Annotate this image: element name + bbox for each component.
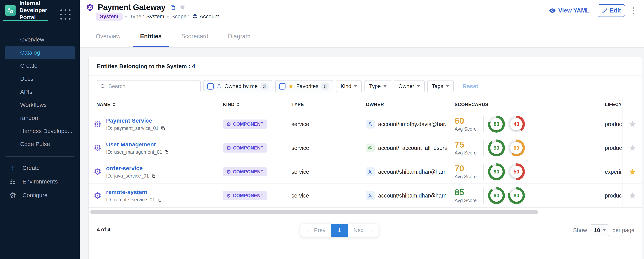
copy-id-icon[interactable]	[160, 126, 165, 131]
hexagons-icon	[9, 177, 17, 186]
sidebar-item-docs[interactable]: Docs	[4, 72, 75, 85]
search-box	[97, 80, 200, 92]
favorite-star-icon[interactable]	[628, 120, 636, 128]
favorites-checkbox[interactable]	[279, 83, 286, 90]
favorite-star-icon[interactable]	[179, 4, 186, 11]
score-gauge: 80	[508, 187, 525, 204]
column-header-name[interactable]: NAME	[88, 97, 217, 112]
entity-name-link[interactable]: Payment Service	[106, 118, 165, 124]
prev-page-button[interactable]: ← Prev	[300, 224, 331, 237]
type-cell: service	[280, 160, 354, 184]
copy-id-icon[interactable]	[157, 197, 162, 202]
copy-id-icon[interactable]	[151, 174, 156, 178]
edit-button[interactable]: Edit	[598, 4, 625, 17]
copy-icon[interactable]	[170, 4, 176, 10]
tab-diagram[interactable]: Diagram	[220, 25, 258, 47]
sidebar-item-code-pulse[interactable]: Code Pulse	[4, 138, 75, 151]
table-row[interactable]: ⚙ User Management ID: user_management_01…	[88, 136, 642, 160]
sidebar-item-create[interactable]: Create	[4, 59, 75, 72]
reset-filters-button[interactable]: Reset	[462, 83, 478, 90]
kind-dropdown[interactable]: Kind	[336, 80, 362, 92]
sidebar-item-workflows[interactable]: Workflows	[4, 98, 75, 112]
chevron-down-icon	[354, 85, 357, 87]
owned-by-me-filter[interactable]: Owned by me 3	[204, 80, 272, 92]
score-gauge: 80	[488, 116, 505, 132]
avg-score-value: 85	[454, 188, 479, 196]
component-gear-icon: ⚙	[226, 169, 231, 174]
arrow-right-icon: →	[367, 227, 373, 234]
sort-icon[interactable]	[237, 102, 240, 106]
sidebar-item-catalog[interactable]: Catalog	[4, 46, 75, 59]
avg-score-label: Avg Score	[454, 150, 479, 156]
next-page-button[interactable]: Next →	[348, 224, 379, 237]
page-number-active[interactable]: 1	[331, 224, 348, 237]
entity-name-link[interactable]: User Management	[106, 141, 169, 148]
copy-id-icon[interactable]	[164, 150, 169, 154]
tab-overview[interactable]: Overview	[88, 25, 128, 47]
owner-name: account/shibam.dhar@harn...	[378, 192, 446, 199]
more-options-icon[interactable]	[631, 6, 636, 16]
owner-dropdown[interactable]: Owner	[394, 80, 424, 92]
tab-scorecard[interactable]: Scorecard	[174, 25, 216, 47]
column-header-kind[interactable]: KIND	[217, 97, 280, 112]
sidebar-item-overview[interactable]: Overview	[4, 33, 75, 46]
lifecycle-cell: production	[592, 112, 622, 136]
type-value: System	[146, 14, 164, 20]
sidebar-item-apis[interactable]: APIs	[4, 85, 75, 98]
score-gauge: 50	[508, 163, 525, 180]
score-gauge: 90	[488, 187, 505, 204]
avg-score-label: Avg Score	[454, 198, 479, 203]
search-input[interactable]	[97, 80, 200, 92]
table-row[interactable]: ⚙ order-service ID: java_service_01 ⚙ CO…	[88, 160, 642, 184]
kind-badge: ⚙ COMPONENT	[223, 120, 267, 129]
page-size-select[interactable]: 10	[590, 224, 609, 236]
tags-dropdown[interactable]: Tags	[427, 80, 454, 92]
page-title: Payment Gateway	[98, 3, 166, 12]
favorites-count: 0	[321, 82, 329, 90]
horizontal-scrollbar[interactable]	[90, 210, 538, 214]
sidebar-item-create[interactable]: + Create	[0, 161, 80, 175]
owner-cell: account/shibam.dhar@harn...	[354, 160, 446, 184]
filter-bar: Owned by me 3 Favorites 0 Kind	[88, 76, 642, 97]
avg-score-label: Avg Score	[454, 126, 479, 132]
tab-bar: Overview Entities Scorecard Diagram	[88, 25, 258, 47]
sidebar-item-random[interactable]: random	[4, 112, 75, 124]
sort-icon[interactable]	[113, 102, 116, 106]
favorite-star-icon[interactable]	[628, 168, 636, 176]
pagination-bar: 4 of 4 ← Prev 1 Next → Show 10	[88, 222, 642, 240]
sidebar-item-harness-develope-[interactable]: Harness Develope...	[4, 124, 75, 138]
sidebar-item-environments[interactable]: Environments	[0, 175, 80, 188]
lifecycle-cell: production	[592, 136, 622, 160]
owner-name: account/timothy.davis@har...	[378, 121, 446, 128]
entity-meta: System Type : System Scope : Account	[96, 13, 219, 20]
sidebar: Internal Developer Portal OverviewCatalo…	[0, 0, 80, 259]
table-row[interactable]: ⚙ Payment Service ID: payment_service_01…	[88, 112, 642, 136]
brand-title: Internal Developer Portal	[20, 0, 64, 21]
owner-name: account/shibam.dhar@harn...	[378, 169, 446, 175]
view-yaml-button[interactable]: View YAML	[549, 7, 590, 14]
pagination-pill: ← Prev 1 Next →	[300, 224, 378, 237]
sidebar-item-configure[interactable]: ⚙ Configure	[0, 188, 80, 202]
per-page-label: per page	[612, 227, 634, 234]
scorecards-cell: 60 Avg Score 80 40	[446, 112, 592, 136]
page-header: Payment Gateway System Type : System Sco…	[80, 0, 644, 48]
per-page-control: Show 10 per page	[573, 224, 634, 236]
component-gear-icon: ⚙	[94, 167, 102, 176]
component-gear-icon: ⚙	[94, 144, 102, 152]
favorites-filter[interactable]: Favorites 0	[275, 80, 333, 92]
entity-name-link[interactable]: order-service	[106, 165, 156, 172]
tab-entities[interactable]: Entities	[133, 25, 169, 47]
column-header-lifecycle: LIFECYCLE	[592, 97, 622, 112]
table-row[interactable]: ⚙ remote-system ID: remote_service_01 ⚙ …	[88, 184, 642, 208]
avg-score-value: 75	[454, 140, 479, 149]
type-dropdown[interactable]: Type	[364, 80, 391, 92]
apps-grid-icon[interactable]	[60, 9, 71, 20]
owned-by-me-checkbox[interactable]	[207, 83, 214, 90]
favorite-star-icon[interactable]	[628, 192, 636, 200]
search-icon	[100, 84, 106, 89]
component-gear-icon: ⚙	[94, 120, 102, 128]
type-cell: service	[280, 112, 354, 136]
owner-user-icon	[366, 120, 375, 128]
entity-name-link[interactable]: remote-system	[106, 189, 162, 196]
favorite-star-icon[interactable]	[628, 144, 636, 152]
